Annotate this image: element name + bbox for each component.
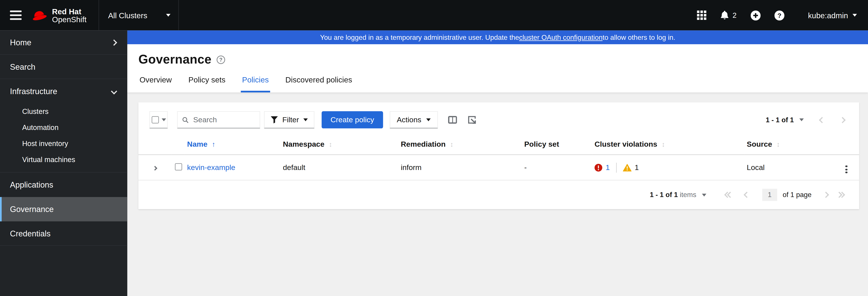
- chevron-double-left-icon: [725, 193, 732, 197]
- sort-icon: ↕: [776, 140, 780, 148]
- sidebar-nav: Home Search Infrastructure Clusters Auto…: [0, 30, 127, 296]
- row-expand-chevron-icon[interactable]: [153, 166, 157, 171]
- sidebar-item-automation[interactable]: Automation: [0, 120, 127, 136]
- cell-namespace: default: [281, 155, 399, 180]
- danger-violations-count[interactable]: 1: [606, 163, 610, 172]
- question-circle-icon: ?: [774, 10, 784, 20]
- row-checkbox[interactable]: [175, 163, 182, 170]
- cluster-selector-label: All Clusters: [108, 11, 147, 20]
- table-header-row: Name↑ Namespace↕ Remediation↕ Policy set: [138, 133, 859, 155]
- page-number-input[interactable]: [762, 189, 777, 201]
- sidebar-item-virtual-machines[interactable]: Virtual machines: [0, 152, 127, 168]
- chevron-right-icon: [839, 117, 845, 123]
- title-help-icon[interactable]: ?: [216, 56, 225, 64]
- sidebar-item-host-inventory[interactable]: Host inventory: [0, 136, 127, 152]
- row-kebab-menu[interactable]: [844, 164, 848, 175]
- cell-source: Local: [745, 155, 834, 180]
- import-button[interactable]: [750, 10, 760, 20]
- chevron-double-right-icon: [837, 193, 844, 197]
- cluster-oauth-configuration-link[interactable]: cluster OAuth configuration: [519, 33, 602, 41]
- pagination-top-summary[interactable]: 1 - 1 of 1: [766, 116, 794, 124]
- page-of-label: of 1 page: [783, 191, 811, 199]
- sidebar-item-infrastructure[interactable]: Infrastructure: [0, 79, 127, 104]
- sidebar-item-clusters[interactable]: Clusters: [0, 104, 127, 120]
- notifications-button[interactable]: 2: [720, 10, 737, 20]
- chevron-left-icon: [819, 117, 825, 123]
- tab-policies[interactable]: Policies: [241, 75, 270, 92]
- sidebar-item-applications[interactable]: Applications: [0, 173, 127, 197]
- actions-label: Actions: [397, 116, 421, 124]
- caret-down-icon: [426, 119, 431, 121]
- redhat-openshift-logo: Red Hat OpenShift: [31, 0, 99, 30]
- sidebar-item-credentials[interactable]: Credentials: [0, 222, 127, 246]
- prev-page-button[interactable]: [744, 193, 749, 197]
- column-header-namespace[interactable]: Namespace↕: [281, 133, 399, 155]
- actions-dropdown[interactable]: Actions: [390, 111, 438, 128]
- exclamation-circle-icon: [595, 164, 602, 171]
- next-page-button[interactable]: [840, 118, 845, 122]
- column-header-source[interactable]: Source↕: [745, 133, 834, 155]
- search-icon: [182, 116, 189, 124]
- next-page-button[interactable]: [824, 193, 828, 197]
- export-icon: [467, 115, 477, 125]
- hamburger-icon: [10, 10, 21, 20]
- sort-ascending-icon: ↑: [212, 140, 215, 148]
- export-button[interactable]: [467, 115, 477, 125]
- bell-icon: [720, 10, 729, 20]
- plus-circle-icon: [750, 10, 760, 20]
- cluster-selector[interactable]: All Clusters: [99, 0, 179, 30]
- filter-dropdown[interactable]: Filter: [264, 111, 314, 128]
- chevron-right-icon: [823, 192, 829, 198]
- masthead: Red Hat OpenShift All Clusters: [0, 0, 868, 30]
- caret-down-icon: [799, 119, 804, 121]
- sidebar-item-search[interactable]: Search: [0, 55, 127, 79]
- page-header: Governance ? Overview Policy sets Polici…: [127, 44, 868, 92]
- temporary-admin-banner: You are logged in as a temporary adminis…: [127, 30, 868, 44]
- username: kube:admin: [808, 11, 848, 20]
- cell-policy-set: -: [522, 155, 592, 180]
- bulk-select-checkbox[interactable]: [151, 116, 159, 123]
- columns-icon: [448, 116, 457, 124]
- tab-discovered-policies[interactable]: Discovered policies: [284, 75, 353, 92]
- pagination-items-summary[interactable]: 1 - 1 of 1 items: [650, 191, 696, 199]
- caret-down-icon: [303, 119, 308, 121]
- caret-down-icon: [702, 194, 706, 196]
- bulk-select-dropdown[interactable]: [149, 111, 167, 128]
- table-toolbar: Filter Create policy Actions: [138, 102, 859, 133]
- sidebar-item-home[interactable]: Home: [0, 30, 127, 55]
- warning-violations-count: 1: [634, 163, 639, 172]
- sort-icon: ↕: [662, 140, 665, 148]
- last-page-button[interactable]: [837, 193, 844, 197]
- first-page-button[interactable]: [725, 193, 732, 197]
- chevron-left-icon: [744, 192, 750, 198]
- checkbox-column-header: [172, 133, 185, 155]
- policy-name-link[interactable]: kevin-example: [187, 163, 236, 172]
- column-header-policy-set: Policy set: [522, 133, 592, 155]
- svg-text:?: ?: [777, 11, 781, 19]
- user-menu[interactable]: kube:admin: [808, 11, 857, 20]
- nav-toggle-button[interactable]: [0, 0, 31, 30]
- tab-overview[interactable]: Overview: [138, 75, 173, 92]
- column-header-remediation[interactable]: Remediation↕: [399, 133, 522, 155]
- search-control: [177, 111, 260, 128]
- column-header-name[interactable]: Name↑: [185, 133, 281, 155]
- cell-remediation: inform: [399, 155, 522, 180]
- svg-text:?: ?: [219, 57, 223, 63]
- prev-page-button[interactable]: [820, 118, 824, 122]
- banner-text-after: to allow others to log in.: [602, 33, 675, 41]
- caret-down-icon: [852, 14, 857, 17]
- app-launcher-button[interactable]: [697, 10, 707, 20]
- violations-divider: [616, 163, 617, 172]
- tab-policy-sets[interactable]: Policy sets: [187, 75, 226, 92]
- logo-text-redhat: Red Hat: [52, 7, 87, 15]
- content-area: Filter Create policy Actions: [127, 92, 868, 296]
- create-policy-button[interactable]: Create policy: [321, 111, 383, 128]
- masthead-spacer: [179, 0, 697, 30]
- policies-table-card: Filter Create policy Actions: [138, 102, 859, 209]
- sidebar-item-governance[interactable]: Governance: [0, 197, 127, 222]
- logo-text-openshift: OpenShift: [52, 15, 87, 23]
- help-button[interactable]: ?: [774, 10, 784, 20]
- column-header-cluster-violations[interactable]: Cluster violations↕: [592, 133, 745, 155]
- search-input[interactable]: [192, 115, 255, 125]
- manage-columns-button[interactable]: [448, 116, 457, 124]
